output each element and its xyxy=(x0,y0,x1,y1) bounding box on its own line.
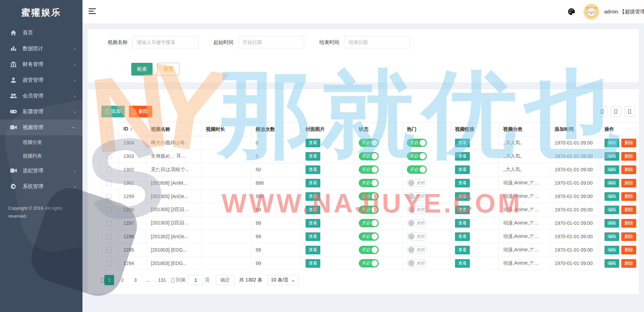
link-view-button[interactable]: 查看 xyxy=(455,152,470,161)
edit-button[interactable]: 编辑 xyxy=(604,206,619,214)
goto-confirm-button[interactable]: 确定 xyxy=(216,275,234,285)
toggle-on[interactable]: 开启 xyxy=(359,165,379,174)
edit-button[interactable]: 编辑 xyxy=(604,259,619,268)
start-date-input[interactable] xyxy=(238,36,304,48)
col-header-id[interactable]: ID xyxy=(119,123,146,136)
sidebar-item[interactable]: 选妃管理› xyxy=(0,163,82,178)
sidebar-subitem[interactable]: 视频列表 xyxy=(0,149,82,163)
row-checkbox[interactable] xyxy=(106,140,112,146)
cover-view-button[interactable]: 查看 xyxy=(306,139,320,147)
cover-view-button[interactable]: 查看 xyxy=(306,232,320,241)
sidebar-item[interactable]: 会员管理› xyxy=(0,88,82,104)
link-view-button[interactable]: 查看 xyxy=(455,139,470,147)
toggle-off[interactable]: 关闭 xyxy=(407,219,427,227)
cover-view-button[interactable]: 查看 xyxy=(306,246,320,254)
row-checkbox[interactable] xyxy=(106,207,112,213)
edit-button[interactable]: 编辑 xyxy=(604,192,619,201)
theme-palette-icon[interactable] xyxy=(568,8,575,15)
toggle-on[interactable]: 开启 xyxy=(359,139,379,147)
toggle-on[interactable]: 开启 xyxy=(407,139,427,147)
link-view-button[interactable]: 查看 xyxy=(455,232,470,241)
link-view-button[interactable]: 查看 xyxy=(455,192,470,201)
edit-button[interactable]: 编辑 xyxy=(604,179,619,187)
sidebar-item[interactable]: 数据统计› xyxy=(0,41,82,56)
edit-button[interactable]: 编辑 xyxy=(604,232,619,241)
toggle-on[interactable]: 开启 xyxy=(359,246,379,254)
row-checkbox[interactable] xyxy=(106,194,112,199)
cover-view-button[interactable]: 查看 xyxy=(306,219,320,228)
row-delete-button[interactable]: 删除 xyxy=(621,219,636,228)
page-number[interactable]: 3 xyxy=(131,275,140,285)
cover-view-button[interactable]: 查看 xyxy=(306,206,320,214)
row-delete-button[interactable]: 删除 xyxy=(621,179,636,187)
link-view-button[interactable]: 查看 xyxy=(455,246,470,254)
toggle-off[interactable]: 关闭 xyxy=(407,246,427,254)
select-all-checkbox[interactable] xyxy=(106,127,112,132)
edit-button[interactable]: 编辑 xyxy=(604,165,619,174)
toggle-off[interactable]: 关闭 xyxy=(407,179,427,187)
sort-icon[interactable] xyxy=(130,126,133,132)
edit-button[interactable]: 编辑 xyxy=(604,139,619,147)
goto-page-input[interactable] xyxy=(188,275,203,285)
cover-view-button[interactable]: 查看 xyxy=(306,152,320,161)
toggle-on[interactable]: 开启 xyxy=(359,192,379,200)
toggle-off[interactable]: 关闭 xyxy=(407,259,427,267)
video-name-input[interactable] xyxy=(132,36,198,48)
row-delete-button[interactable]: 删除 xyxy=(621,259,636,268)
edit-button[interactable]: 编辑 xyxy=(604,219,619,228)
sidebar-item[interactable]: 系统管理› xyxy=(0,178,82,194)
page-number[interactable]: 2 xyxy=(118,275,127,285)
row-delete-button[interactable]: 删除 xyxy=(621,246,636,254)
row-delete-button[interactable]: 删除 xyxy=(621,152,636,161)
link-view-button[interactable]: 查看 xyxy=(455,179,470,187)
link-view-button[interactable]: 查看 xyxy=(455,259,470,268)
cover-view-button[interactable]: 查看 xyxy=(306,259,320,268)
link-view-button[interactable]: 查看 xyxy=(455,206,470,214)
table-tool-print-icon[interactable] xyxy=(624,106,635,117)
cover-view-button[interactable]: 查看 xyxy=(306,165,320,174)
row-checkbox[interactable] xyxy=(106,261,112,266)
toggle-off[interactable]: 关闭 xyxy=(407,232,427,241)
row-checkbox[interactable] xyxy=(106,167,112,173)
toggle-off[interactable]: 关闭 xyxy=(407,192,427,200)
row-checkbox[interactable] xyxy=(106,247,112,253)
reset-button[interactable]: 重置 xyxy=(157,63,179,76)
row-delete-button[interactable]: 删除 xyxy=(621,206,636,214)
toggle-on[interactable]: 开启 xyxy=(407,152,427,160)
sidebar-item[interactable]: 财务管理› xyxy=(0,56,82,72)
row-delete-button[interactable]: 删除 xyxy=(621,139,636,147)
row-checkbox[interactable] xyxy=(106,221,112,226)
cover-view-button[interactable]: 查看 xyxy=(306,192,320,201)
link-view-button[interactable]: 查看 xyxy=(455,165,470,174)
toggle-on[interactable]: 开启 xyxy=(359,259,379,267)
page-number[interactable]: 1 xyxy=(104,275,114,285)
search-button[interactable]: 检索 xyxy=(131,63,153,76)
sidebar-item[interactable]: 首页 xyxy=(0,25,82,41)
page-size-select[interactable]: 10 条/页 ⌄ xyxy=(267,275,298,285)
toggle-on[interactable]: 开启 xyxy=(359,206,379,214)
add-button[interactable]: 添加 xyxy=(101,106,125,117)
prev-page-icon[interactable] xyxy=(101,278,104,282)
menu-toggle-icon[interactable] xyxy=(89,8,96,15)
cover-view-button[interactable]: 查看 xyxy=(306,179,320,187)
next-page-icon[interactable] xyxy=(171,278,175,282)
edit-button[interactable]: 编辑 xyxy=(604,246,619,254)
row-delete-button[interactable]: 删除 xyxy=(621,192,636,201)
row-checkbox[interactable] xyxy=(106,234,112,240)
sidebar-item[interactable]: 彩票管理› xyxy=(0,104,82,119)
toggle-on[interactable]: 开启 xyxy=(359,219,379,227)
toggle-off[interactable]: 关闭 xyxy=(407,206,427,214)
delete-button[interactable]: 删除 xyxy=(129,106,152,117)
avatar[interactable] xyxy=(584,4,599,20)
toggle-on[interactable]: 开启 xyxy=(359,152,379,160)
toggle-on[interactable]: 开启 xyxy=(407,165,427,174)
row-checkbox[interactable] xyxy=(106,181,112,186)
end-date-input[interactable] xyxy=(344,36,410,48)
sidebar-item[interactable]: 视频管理⌄ xyxy=(0,119,82,135)
table-tool-filter-icon[interactable] xyxy=(597,106,607,117)
link-view-button[interactable]: 查看 xyxy=(455,219,470,228)
toggle-on[interactable]: 开启 xyxy=(359,179,379,187)
table-tool-export-icon[interactable] xyxy=(611,106,621,117)
sidebar-subitem[interactable]: 视频分类 xyxy=(0,135,82,149)
toggle-on[interactable]: 开启 xyxy=(359,232,379,241)
